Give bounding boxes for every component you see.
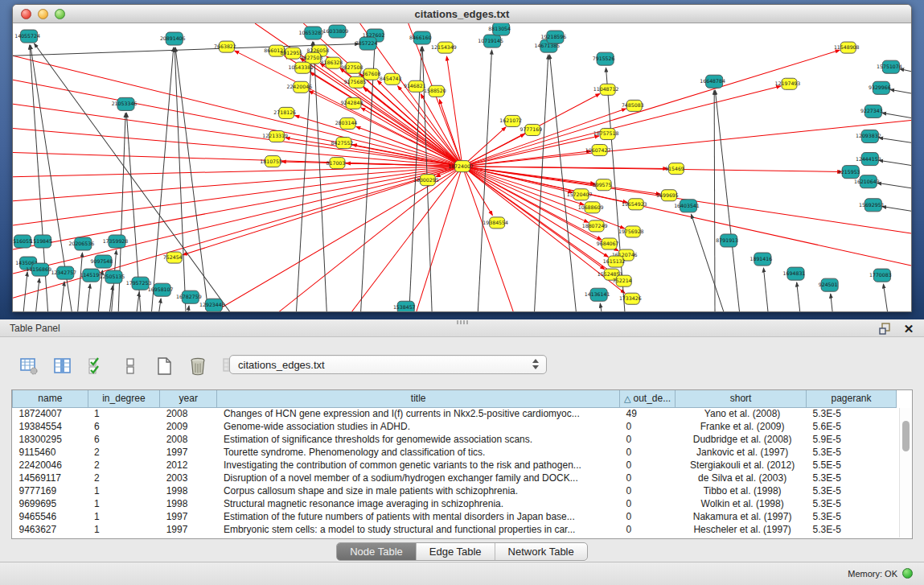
graph-node[interactable]: 18300295: [413, 175, 439, 186]
graph-node[interactable]: 15692951: [859, 199, 885, 212]
table-cell[interactable]: 18724007: [13, 407, 88, 420]
graph-node[interactable]: 20206536: [68, 237, 94, 250]
table-panel-header[interactable]: Table Panel ✕: [0, 319, 924, 337]
graph-edge[interactable]: [133, 292, 140, 311]
table-cell[interactable]: 9465546: [13, 510, 88, 523]
table-cell[interactable]: Dudbridge et al. (2008): [676, 433, 807, 446]
table-cell[interactable]: 1998: [160, 484, 217, 497]
graph-node[interactable]: 114519: [80, 269, 99, 282]
graph-edge[interactable]: [462, 167, 911, 266]
delete-trash-icon[interactable]: [187, 355, 209, 377]
graph-node[interactable]: 1733426: [619, 293, 642, 304]
graph-edge[interactable]: [57, 282, 64, 311]
graph-edge[interactable]: [715, 90, 743, 311]
table-scrollbar[interactable]: [899, 408, 911, 538]
table-cell[interactable]: 19384554: [13, 420, 88, 433]
panel-resize-grip[interactable]: [457, 320, 468, 324]
table-row[interactable]: 1456911722003Disruption of a novel membe…: [13, 472, 897, 484]
graph-node[interactable]: 19384554: [483, 217, 508, 229]
graph-node[interactable]: 2803144: [335, 117, 358, 129]
table-cell[interactable]: Stergiakouli et al. (2012): [676, 459, 807, 472]
table-cell[interactable]: Changes of HCN gene expression and I(f) …: [217, 407, 620, 420]
graph-node[interactable]: 12093832: [856, 130, 881, 142]
column-header-title[interactable]: title: [217, 390, 620, 407]
column-header-in_degree[interactable]: in_degree: [88, 390, 160, 407]
graph-node[interactable]: 1770083: [869, 269, 892, 282]
graph-edge[interactable]: [691, 214, 735, 311]
graph-node[interactable]: 8912955: [280, 47, 302, 59]
graph-edge[interactable]: [882, 207, 911, 217]
graph-node[interactable]: 9097548: [91, 255, 113, 268]
table-cell[interactable]: 9463627: [13, 523, 88, 536]
graph-edge[interactable]: [462, 167, 492, 216]
graph-node[interactable]: 10719145: [478, 35, 503, 47]
table-cell[interactable]: 22420046: [13, 459, 88, 472]
graph-node[interactable]: 8186328: [321, 57, 343, 68]
graph-edge[interactable]: [83, 284, 90, 311]
table-cell[interactable]: 1: [88, 484, 160, 497]
table-cell[interactable]: 5.3E-5: [807, 510, 897, 523]
graph-node[interactable]: 12505135: [100, 270, 125, 283]
graph-edge[interactable]: [462, 167, 513, 312]
graph-node[interactable]: 2718126: [273, 107, 296, 118]
graph-node[interactable]: 17359928: [103, 235, 129, 248]
table-cell[interactable]: 5.3E-5: [807, 484, 897, 497]
graph-edge[interactable]: [883, 284, 892, 311]
table-cell[interactable]: Tibbo et al. (1998): [676, 484, 807, 497]
graph-edge[interactable]: [361, 108, 462, 167]
graph-edge[interactable]: [13, 80, 462, 166]
table-cell[interactable]: 5.3E-5: [807, 407, 897, 420]
graph-node[interactable]: 12213319: [262, 130, 288, 142]
graph-node[interactable]: 12444153: [856, 153, 881, 166]
table-cell[interactable]: 1: [88, 523, 160, 536]
table-cell[interactable]: Jankovic et al. (1997): [676, 446, 807, 459]
table-row[interactable]: 2242004622012Investigating the contribut…: [13, 459, 897, 472]
column-header-out_de[interactable]: △out_de...: [620, 390, 676, 407]
graph-edge[interactable]: [714, 90, 715, 311]
graph-node[interactable]: 817003: [326, 158, 346, 169]
table-cell[interactable]: 14569117: [13, 472, 88, 484]
table-cell[interactable]: 1: [88, 407, 160, 420]
table-cell[interactable]: 1998: [160, 497, 217, 510]
table-cell[interactable]: Estimation of significance thresholds fo…: [217, 433, 620, 446]
table-cell[interactable]: 2008: [160, 407, 217, 420]
graph-node[interactable]: 12154349: [431, 42, 457, 53]
tab-edge-table[interactable]: Edge Table: [416, 543, 495, 560]
graph-node[interactable]: 18807249: [582, 220, 608, 232]
select-columns-icon[interactable]: [51, 355, 74, 377]
graph-edge[interactable]: [215, 167, 462, 312]
table-cell[interactable]: 2: [88, 446, 160, 459]
graph-node[interactable]: 16782759: [176, 290, 202, 303]
graph-node[interactable]: 16403541: [674, 200, 700, 212]
table-cell[interactable]: Tourette syndrome. Phenomenology and cla…: [217, 446, 620, 459]
table-cell[interactable]: 5.6E-5: [807, 420, 897, 433]
table-cell[interactable]: 0: [620, 433, 676, 446]
graph-edge[interactable]: [75, 253, 82, 311]
graph-edge[interactable]: [417, 167, 462, 312]
graph-node[interactable]: 915469: [665, 163, 684, 175]
table-cell[interactable]: 2012: [160, 459, 217, 472]
table-cell[interactable]: Disruption of a novel member of a sodium…: [217, 472, 620, 484]
table-cell[interactable]: 5.3E-5: [807, 523, 897, 536]
graph-node[interactable]: 19756928: [618, 226, 644, 237]
table-cell[interactable]: Wolkin et al. (1998): [676, 497, 807, 510]
table-cell[interactable]: Embryonic stem cells: a model to study s…: [217, 523, 620, 536]
graph-node[interactable]: 15751074: [877, 60, 902, 73]
window-titlebar[interactable]: citations_edges.txt: [13, 5, 911, 23]
table-cell[interactable]: 6: [88, 420, 160, 433]
table-cell[interactable]: Investigating the contribution of common…: [217, 459, 620, 472]
table-cell[interactable]: 9115460: [13, 446, 88, 459]
table-cell[interactable]: Corpus callosum shape and size in male p…: [217, 484, 620, 497]
table-cell[interactable]: 5.3E-5: [807, 446, 897, 459]
scrollbar-thumb[interactable]: [902, 421, 910, 451]
unselect-all-columns-icon[interactable]: [119, 355, 142, 377]
graph-edge[interactable]: [13, 153, 462, 167]
graph-node[interactable]: 10607427: [585, 145, 611, 156]
graph-node[interactable]: 1588520: [424, 85, 446, 97]
change-table-mode-icon[interactable]: [18, 355, 40, 377]
table-cell[interactable]: 1: [88, 510, 160, 523]
graph-node[interactable]: 9146821: [404, 80, 426, 92]
graph-node[interactable]: 22420046: [286, 81, 312, 93]
graph-node[interactable]: 11548908: [834, 42, 860, 53]
select-all-columns-icon[interactable]: [85, 355, 108, 377]
